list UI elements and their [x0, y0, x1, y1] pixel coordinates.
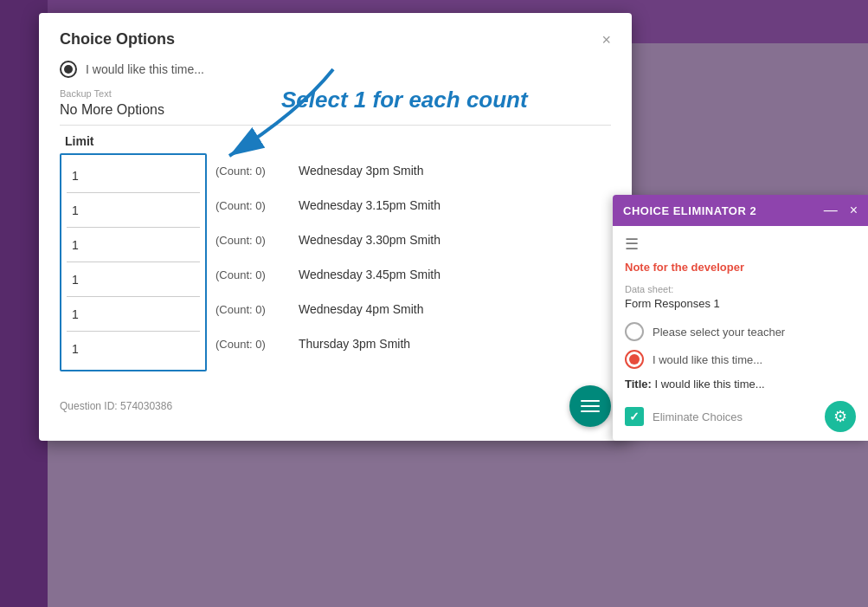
- fab-button[interactable]: [569, 385, 611, 427]
- limit-box: [60, 153, 207, 371]
- ce-eliminate-label: Eliminate Choices: [653, 410, 743, 423]
- ce-checkbox-row: Eliminate Choices: [625, 407, 743, 426]
- table-row: (Count: 0) Wednesday 3.45pm Smith: [215, 257, 611, 292]
- modal-header: Choice Options ×: [60, 30, 611, 48]
- count-text-6: (Count: 0): [215, 338, 285, 351]
- modal-footer: Question ID: 574030386: [60, 385, 611, 427]
- ce-eliminate-row: Eliminate Choices ⚙: [625, 401, 856, 432]
- count-text-2: (Count: 0): [215, 199, 285, 212]
- limit-input-5[interactable]: [67, 307, 119, 321]
- option-row: I would like this time...: [60, 61, 611, 78]
- limit-input-1[interactable]: [67, 169, 119, 183]
- table-row: (Count: 0) Wednesday 4pm Smith: [215, 292, 611, 326]
- count-text-5: (Count: 0): [215, 303, 285, 316]
- ce-title-row: Title: I would like this time...: [625, 378, 856, 391]
- limit-input-row-5: [67, 297, 200, 332]
- table-row: (Count: 0) Wednesday 3pm Smith: [215, 153, 611, 188]
- slot-text-2: Wednesday 3.15pm Smith: [299, 198, 440, 212]
- ce-radio-selected-2[interactable]: [625, 350, 644, 369]
- ce-option-text-1: Please select your teacher: [653, 326, 785, 339]
- hamburger-line-2: [581, 405, 600, 407]
- slot-text-3: Wednesday 3.30pm Smith: [299, 233, 440, 247]
- ce-option-row-1: Please select your teacher: [625, 322, 856, 341]
- menu-icon[interactable]: ☰: [625, 235, 856, 254]
- annotation-text: Select 1 for each count: [281, 87, 528, 113]
- ce-header-actions: — ×: [824, 203, 858, 217]
- limit-input-4[interactable]: [67, 273, 119, 287]
- ce-option-row-2: I would like this time...: [625, 350, 856, 369]
- ce-panel-title: CHOICE ELIMINATOR 2: [623, 204, 756, 217]
- ce-title-label: Title:: [625, 378, 652, 391]
- limit-input-row-6: [67, 332, 200, 366]
- ce-panel-header: CHOICE ELIMINATOR 2 — ×: [613, 195, 868, 226]
- ce-close-button[interactable]: ×: [850, 203, 858, 217]
- hamburger-line-3: [581, 410, 600, 412]
- ce-note-text: Note for the developer: [625, 261, 856, 274]
- table-row: (Count: 0) Wednesday 3.30pm Smith: [215, 223, 611, 257]
- slot-text-6: Thursday 3pm Smith: [299, 337, 410, 351]
- slot-text-5: Wednesday 4pm Smith: [299, 302, 423, 316]
- hamburger-line-1: [581, 400, 600, 402]
- limit-input-row-2: [67, 193, 200, 228]
- table-section: Limit: [60, 134, 611, 371]
- hamburger-icon: [581, 400, 600, 412]
- slot-text-1: Wednesday 3pm Smith: [299, 164, 423, 178]
- limit-input-6[interactable]: [67, 342, 119, 356]
- table-row: (Count: 0) Wednesday 3.15pm Smith: [215, 188, 611, 223]
- slot-text-4: Wednesday 3.45pm Smith: [299, 268, 440, 281]
- count-text-4: (Count: 0): [215, 268, 285, 281]
- ce-option-text-2: I would like this time...: [653, 353, 762, 366]
- limit-column: [60, 153, 207, 371]
- ce-datasheet-label: Data sheet:: [625, 284, 856, 294]
- option-text: I would like this time...: [86, 62, 204, 76]
- question-id: Question ID: 574030386: [60, 400, 172, 412]
- ce-panel: CHOICE ELIMINATOR 2 — × ☰ Note for the d…: [613, 195, 868, 441]
- ce-radio-empty-1[interactable]: [625, 322, 644, 341]
- limit-input-3[interactable]: [67, 238, 119, 252]
- ce-checkbox[interactable]: [625, 407, 644, 426]
- choice-options-modal: Choice Options × I would like this time.…: [39, 13, 632, 441]
- radio-selected[interactable]: [60, 61, 77, 78]
- limit-input-row-4: [67, 262, 200, 297]
- data-rows: (Count: 0) Wednesday 3pm Smith (Count: 0…: [207, 153, 611, 371]
- table-row: (Count: 0) Thursday 3pm Smith: [215, 326, 611, 361]
- ce-title-value: I would like this time...: [654, 378, 764, 391]
- ce-minimize-button[interactable]: —: [824, 203, 838, 217]
- ce-datasheet-value: Form Responses 1: [625, 297, 856, 310]
- limit-input-row-1: [67, 158, 200, 193]
- count-text-1: (Count: 0): [215, 165, 285, 178]
- modal-title: Choice Options: [60, 30, 175, 48]
- limit-input-row-3: [67, 228, 200, 262]
- limit-input-2[interactable]: [67, 203, 119, 217]
- count-text-3: (Count: 0): [215, 234, 285, 247]
- table-rows-area: (Count: 0) Wednesday 3pm Smith (Count: 0…: [60, 153, 611, 371]
- ce-panel-body: ☰ Note for the developer Data sheet: For…: [613, 226, 868, 441]
- ce-gear-button[interactable]: ⚙: [825, 401, 856, 432]
- limit-header: Limit: [65, 134, 611, 148]
- modal-close-button[interactable]: ×: [601, 32, 611, 48]
- gear-icon: ⚙: [833, 407, 847, 426]
